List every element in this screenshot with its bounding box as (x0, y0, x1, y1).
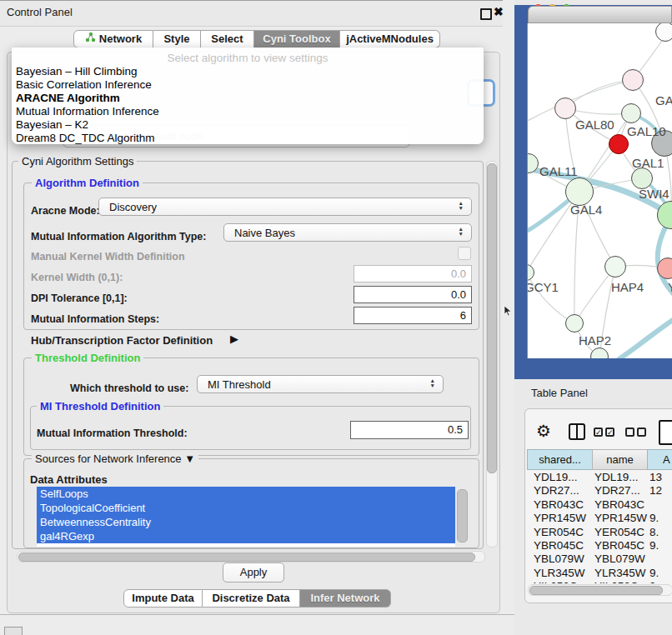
mi-threshold-field[interactable]: 0.5 (350, 421, 469, 439)
expander-arrow-icon[interactable]: ▶ (230, 332, 238, 345)
tab-select[interactable]: Select (201, 30, 254, 48)
which-threshold-label: Which threshold to use: (70, 382, 188, 394)
mi-steps-label: Mutual Information Steps: (31, 313, 159, 325)
tab-style[interactable]: Style (153, 30, 201, 48)
select-all-columns-icon[interactable]: ✓ (594, 428, 603, 437)
tab-impute-data[interactable]: Impute Data (123, 589, 203, 608)
network-node[interactable] (554, 98, 576, 119)
network-window-titlebar[interactable] (528, 6, 672, 23)
network-node[interactable] (655, 23, 672, 42)
combo-arrows-icon: ▲▼ (459, 201, 464, 211)
table-row[interactable]: YBR043CYBR043C (527, 498, 672, 512)
table-row[interactable]: YDR27...YDR27...12 (527, 484, 672, 498)
table-row[interactable]: YBR045CYBR045C9. (527, 539, 672, 552)
collapse-arrow-icon[interactable]: ▼ (184, 452, 195, 465)
sources-group-title: Sources for Network Inference ▼ (32, 452, 198, 465)
list-item[interactable]: TopologicalCoefficient (37, 501, 455, 515)
data-attributes-label: Data Attributes (30, 473, 108, 486)
menu-item-aracne[interactable]: ARACNE Algorithm (16, 92, 120, 105)
network-icon (85, 30, 96, 48)
table-row[interactable]: YIL052CYIL052C9 (527, 580, 672, 583)
bottom-tab-bar: Impute Data Discretize Data Infer Networ… (123, 589, 391, 608)
mi-type-combo[interactable]: Naive Bayes ▲▼ (223, 223, 472, 242)
node-label: GAL10 (627, 124, 666, 138)
network-node[interactable] (621, 103, 641, 123)
column-header-partial[interactable]: A (647, 449, 672, 470)
tab-network[interactable]: Network (73, 30, 153, 48)
menu-item-mutual-information[interactable]: Mutual Information Inference (16, 105, 159, 118)
table-hscrollbar-thumb[interactable] (529, 586, 663, 595)
table-row[interactable]: YLR345WYLR345W9. (527, 567, 672, 580)
node-label: GAL1 (632, 156, 664, 170)
export-table-icon[interactable] (659, 420, 672, 445)
settings-vscrollbar-thumb[interactable] (487, 163, 497, 473)
combo-arrows-icon: ▲▼ (459, 227, 464, 237)
algorithm-definition-title: Algorithm Definition (32, 177, 143, 189)
node-label: HAP4 (611, 280, 644, 294)
aracne-mode-combo[interactable]: Discovery ▲▼ (98, 198, 472, 216)
screen: Control Panel ✖ Network Style Select Cyn… (0, 0, 672, 635)
node-label: GAL (655, 93, 672, 108)
node-label: GCY1 (527, 280, 559, 294)
network-canvas[interactable]: GAL GAL80 GAL10 GAL1 GAL11 GAL4 SWI4 GCY… (527, 23, 672, 358)
manual-kernel-checkbox[interactable] (458, 247, 471, 260)
algorithm-dropdown-popup: Select algorithm to view settings Bayesi… (12, 48, 484, 144)
bottom-divider (0, 614, 514, 615)
menu-item-bayesian-hill-climbing[interactable]: Bayesian – Hill Climbing (16, 65, 138, 78)
settings-hscrollbar-thumb[interactable] (18, 552, 475, 562)
table-row[interactable]: YPR145WYPR145W9. (527, 512, 672, 525)
control-panel-titlebar (0, 0, 503, 27)
list-item[interactable]: gal4RGexp (37, 529, 455, 543)
dpi-tolerance-label: DPI Tolerance [0,1]: (31, 292, 128, 304)
tab-infer-network[interactable]: Infer Network (300, 589, 391, 608)
dropdown-placeholder: Select algorithm to view settings (12, 52, 484, 64)
close-panel-icon[interactable]: ✖ (494, 5, 504, 18)
unselect-all-columns-icon2[interactable] (637, 428, 646, 437)
table-row[interactable]: YBL079WYBL079W (527, 552, 672, 566)
node-label: HAP2 (579, 333, 611, 348)
combo-arrows-icon: ▲▼ (430, 378, 435, 388)
list-scrollbar[interactable] (457, 489, 468, 542)
mi-steps-field[interactable]: 6 (354, 307, 472, 324)
kernel-width-label: Kernel Width (0,1): (31, 272, 123, 283)
table-row[interactable]: YDL19...YDL19...13 (527, 471, 672, 484)
network-node[interactable] (565, 314, 584, 332)
list-item[interactable]: SelfLoops (37, 487, 455, 501)
list-item[interactable]: BetweennessCentrality (37, 515, 455, 529)
kernel-width-field[interactable]: 0.0 (354, 265, 472, 282)
column-header-shared-name[interactable]: shared... (527, 449, 593, 470)
aracne-mode-label: Aracne Mode: (31, 205, 100, 217)
top-tab-bar: Network Style Select Cyni Toolbox jActiv… (73, 30, 440, 48)
tab-discretize-data[interactable]: Discretize Data (203, 589, 300, 608)
menu-item-bayesian-k2[interactable]: Bayesian – K2 (16, 118, 88, 132)
mi-threshold-label: Mutual Information Threshold: (37, 428, 188, 439)
settings-group-title: Cyni Algorithm Settings (18, 155, 137, 168)
tab-jactivemnodules[interactable]: jActiveMNodules (340, 30, 440, 48)
node-label: GAL80 (575, 118, 614, 132)
float-panel-icon[interactable] (480, 8, 492, 20)
which-threshold-combo[interactable]: MI Threshold ▲▼ (197, 375, 444, 393)
mouse-cursor (504, 305, 512, 319)
gear-icon[interactable]: ⚙ (536, 421, 551, 441)
bottom-left-button[interactable] (4, 627, 23, 635)
columns-icon[interactable] (569, 423, 585, 440)
node-label: GAL4 (570, 202, 602, 217)
menu-item-dream8[interactable]: Dream8 DC_TDC Algorithm (16, 132, 155, 145)
column-header-name[interactable]: name (592, 449, 648, 470)
network-node[interactable] (622, 69, 644, 91)
unselect-all-columns-icon[interactable] (625, 428, 634, 437)
network-node[interactable] (604, 256, 626, 278)
dpi-tolerance-field[interactable]: 0.0 (354, 286, 472, 303)
select-all-columns-icon2[interactable]: ✓ (605, 428, 614, 437)
table-row[interactable]: YER054CYER054C8. (527, 526, 672, 539)
threshold-definition-title: Threshold Definition (32, 352, 143, 364)
menu-item-basic-correlation[interactable]: Basic Correlation Inference (16, 78, 152, 92)
mi-type-label: Mutual Information Algorithm Type: (31, 231, 206, 242)
network-node[interactable] (565, 178, 594, 206)
hub-expander-label[interactable]: Hub/Transcription Factor Definition (31, 334, 213, 347)
apply-button[interactable]: Apply (223, 562, 284, 582)
node-label: SWI4 (639, 187, 669, 201)
tab-cyni-toolbox[interactable]: Cyni Toolbox (254, 30, 340, 48)
control-panel-title: Control Panel (7, 6, 73, 18)
network-node-highlighted[interactable] (609, 134, 629, 154)
